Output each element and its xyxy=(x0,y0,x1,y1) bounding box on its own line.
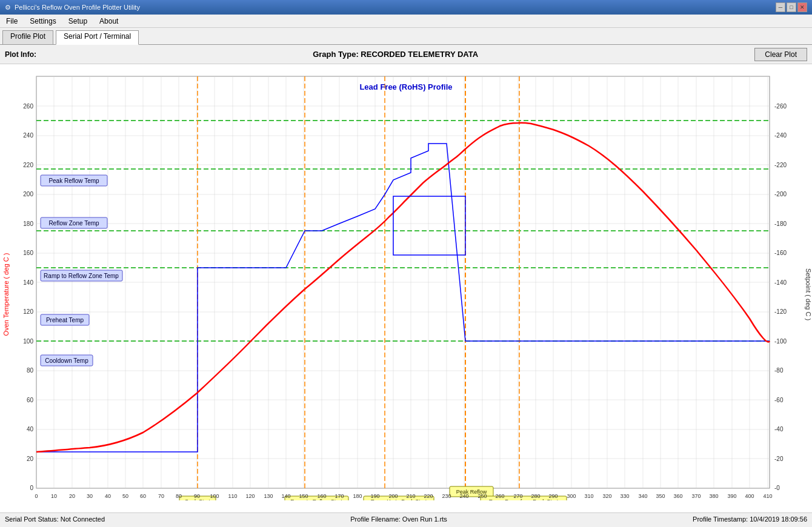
svg-text:-120: -120 xyxy=(774,308,787,315)
svg-text:-260: -260 xyxy=(774,103,787,110)
tab-bar: Profile Plot Serial Port / Terminal xyxy=(0,28,812,45)
svg-text:100: 100 xyxy=(210,493,219,499)
svg-text:120: 120 xyxy=(23,308,33,315)
svg-text:50: 50 xyxy=(122,493,128,499)
menu-file[interactable]: File xyxy=(0,16,24,26)
svg-text:70: 70 xyxy=(158,493,164,499)
svg-text:-0: -0 xyxy=(774,485,780,491)
svg-text:260: 260 xyxy=(495,493,504,499)
svg-text:170: 170 xyxy=(334,493,344,499)
svg-text:330: 330 xyxy=(620,493,629,499)
svg-text:190: 190 xyxy=(370,493,379,499)
svg-text:180: 180 xyxy=(23,220,33,227)
svg-text:20: 20 xyxy=(27,456,34,462)
svg-text:210: 210 xyxy=(406,493,415,499)
profile-timestamp: Profile Timestamp: 10/4/2019 18:09:56 xyxy=(693,515,807,525)
svg-text:80: 80 xyxy=(27,367,34,374)
tab-profile-plot[interactable]: Profile Plot xyxy=(2,30,53,44)
close-button[interactable]: ✕ xyxy=(797,2,807,12)
svg-text:-240: -240 xyxy=(774,132,787,139)
port-status: Serial Port Status: Not Connected xyxy=(5,515,105,525)
svg-text:270: 270 xyxy=(513,493,522,499)
graph-type-label: Graph Type: RECORDED TELEMETRY DATA xyxy=(313,50,478,59)
menu-about[interactable]: About xyxy=(93,16,124,26)
svg-text:240: 240 xyxy=(23,132,33,139)
svg-text:100: 100 xyxy=(23,338,33,345)
y-axis-left-title: Oven Temperature ( deg C ) xyxy=(2,253,10,336)
svg-text:150: 150 xyxy=(299,493,308,499)
svg-text:250: 250 xyxy=(478,493,487,499)
svg-text:60: 60 xyxy=(140,493,146,499)
svg-text:200: 200 xyxy=(388,493,398,499)
svg-text:40: 40 xyxy=(27,426,34,433)
tab-serial-port-terminal[interactable]: Serial Port / Terminal xyxy=(56,30,139,45)
svg-text:370: 370 xyxy=(691,493,701,499)
svg-text:300: 300 xyxy=(567,493,576,499)
svg-text:0: 0 xyxy=(35,493,38,499)
svg-text:-40: -40 xyxy=(774,426,784,433)
menu-setup[interactable]: Setup xyxy=(62,16,93,26)
svg-text:260: 260 xyxy=(23,103,33,110)
svg-text:230: 230 xyxy=(442,493,451,499)
svg-text:30: 30 xyxy=(87,493,93,499)
minimize-button[interactable]: ─ xyxy=(776,2,785,12)
ramp-to-reflow-zone-temp-label: Ramp to Reflow Zone Temp xyxy=(44,273,119,279)
svg-text:40: 40 xyxy=(105,493,111,499)
svg-text:180: 180 xyxy=(353,493,362,499)
svg-text:200: 200 xyxy=(23,191,33,197)
svg-text:-140: -140 xyxy=(774,279,787,286)
svg-text:-160: -160 xyxy=(774,250,787,256)
svg-text:-60: -60 xyxy=(774,397,784,403)
svg-text:160: 160 xyxy=(23,250,33,256)
svg-text:80: 80 xyxy=(176,493,182,499)
main-content: Peak Reflow Temp Reflow Zone Temp Ramp t… xyxy=(0,64,812,512)
svg-text:110: 110 xyxy=(228,493,237,499)
svg-text:0: 0 xyxy=(30,485,33,491)
svg-text:290: 290 xyxy=(548,493,557,499)
svg-text:-20: -20 xyxy=(774,456,784,462)
svg-text:60: 60 xyxy=(27,397,34,403)
peak-reflow-temp-label: Peak Reflow Temp xyxy=(48,177,99,184)
menu-bar: File Settings Setup About xyxy=(0,15,812,28)
svg-text:140: 140 xyxy=(281,493,290,499)
chart-title: Lead Free (RoHS) Profile xyxy=(359,82,452,91)
plot-info-bar: Plot Info: Graph Type: RECORDED TELEMETR… xyxy=(0,45,812,64)
menu-settings[interactable]: Settings xyxy=(24,16,62,26)
y-axis-right-title: Setpoint ( deg C ) xyxy=(805,268,812,320)
svg-text:280: 280 xyxy=(531,493,540,499)
svg-text:140: 140 xyxy=(23,279,33,286)
maximize-button[interactable]: □ xyxy=(787,2,796,12)
cooldown-temp-label: Cooldown Temp xyxy=(45,357,88,364)
svg-text:120: 120 xyxy=(245,493,255,499)
svg-text:220: 220 xyxy=(424,493,433,499)
window-title: Pellicci's Reflow Oven Profile Plotter U… xyxy=(15,4,140,11)
svg-text:360: 360 xyxy=(673,493,682,499)
svg-text:320: 320 xyxy=(602,493,611,499)
svg-text:310: 310 xyxy=(584,493,593,499)
preheat-temp-label: Preheat Temp xyxy=(46,317,84,323)
profile-filename: Profile Filename: Oven Run 1.rts xyxy=(350,515,447,525)
svg-text:10: 10 xyxy=(51,493,57,499)
svg-text:400: 400 xyxy=(745,493,754,499)
svg-text:390: 390 xyxy=(727,493,736,499)
chart-svg: Peak Reflow Temp Reflow Zone Temp Ramp t… xyxy=(0,64,812,500)
svg-text:240: 240 xyxy=(459,493,468,499)
svg-text:-220: -220 xyxy=(774,162,787,168)
svg-text:380: 380 xyxy=(709,493,718,499)
svg-text:-80: -80 xyxy=(774,367,784,374)
svg-text:130: 130 xyxy=(264,493,273,499)
svg-text:-200: -200 xyxy=(774,191,787,197)
svg-text:410: 410 xyxy=(763,493,772,499)
svg-text:20: 20 xyxy=(69,493,75,499)
chart-container: Peak Reflow Temp Reflow Zone Temp Ramp t… xyxy=(0,64,812,512)
app-icon: ⚙ xyxy=(5,4,11,12)
svg-text:350: 350 xyxy=(656,493,665,499)
clear-plot-button[interactable]: Clear Plot xyxy=(754,48,807,61)
svg-text:220: 220 xyxy=(23,162,33,168)
svg-text:160: 160 xyxy=(317,493,326,499)
svg-text:-180: -180 xyxy=(774,220,787,227)
reflow-zone-temp-label: Reflow Zone Temp xyxy=(48,220,99,227)
status-bar: Serial Port Status: Not Connected Profil… xyxy=(0,512,812,527)
svg-text:340: 340 xyxy=(638,493,647,499)
title-bar: ⚙ Pellicci's Reflow Oven Profile Plotter… xyxy=(0,0,812,15)
